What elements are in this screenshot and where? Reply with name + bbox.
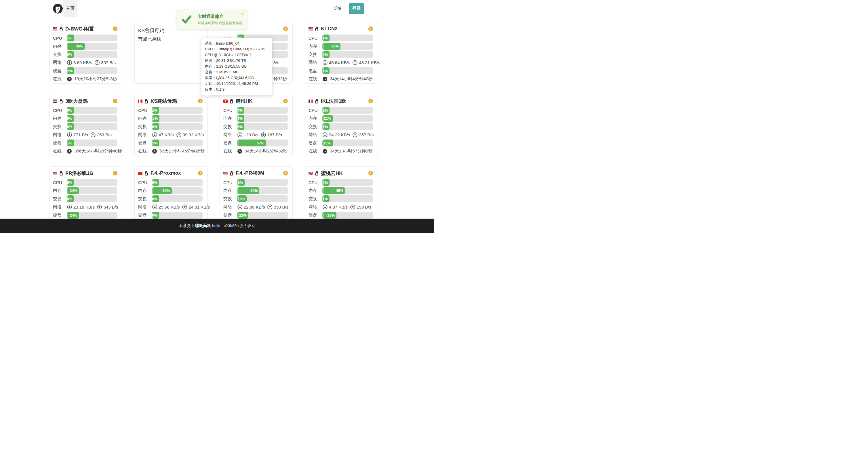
feedback-link[interactable]: 反馈 bbox=[333, 6, 342, 11]
login-button[interactable]: 登录 bbox=[349, 3, 364, 14]
net-row: 网络47 KB/s39.32 KB/s bbox=[138, 131, 203, 138]
disk-bar: 1% bbox=[152, 139, 203, 146]
flag-hk-icon bbox=[223, 100, 228, 103]
flag-us-icon bbox=[223, 172, 228, 175]
swap-bar: 0% bbox=[67, 51, 117, 58]
tooltip-row-value: 2.29 GB/15.55 GB bbox=[216, 64, 247, 68]
net-label: 网络 bbox=[138, 204, 152, 210]
uptime-clock-icon bbox=[322, 149, 327, 154]
server-name: IKL法国1欧 bbox=[321, 98, 346, 104]
linux-penguin-icon bbox=[315, 27, 319, 31]
swap-label: 交换 bbox=[309, 124, 322, 129]
net-label: 网络 bbox=[53, 60, 67, 65]
mem-bar-fill: 39% bbox=[152, 187, 172, 194]
footer-text-suffix: build · c23b88b 强力驱动 bbox=[212, 223, 255, 228]
swap-label: 交换 bbox=[309, 52, 322, 57]
server-info-tooltip: 系统：linux- [x86_64]CPU：[ "Intel(R) Core(T… bbox=[201, 38, 272, 95]
info-icon[interactable]: i bbox=[368, 99, 373, 103]
online-label: 在线 bbox=[309, 148, 322, 154]
linux-penguin-icon bbox=[315, 99, 319, 104]
flag-us-icon bbox=[53, 27, 57, 31]
server-name: F.4.-Proxmox bbox=[151, 170, 181, 176]
info-icon[interactable]: i bbox=[113, 99, 117, 103]
info-icon[interactable]: i bbox=[283, 27, 288, 31]
net-download-icon bbox=[238, 132, 242, 137]
server-card-header: KS建站母鸡i bbox=[138, 97, 203, 105]
cpu-row: CPU1% bbox=[309, 35, 373, 41]
disk-row: 硬盘21% bbox=[309, 139, 373, 146]
logo-cat-icon bbox=[53, 4, 63, 13]
net-download-icon bbox=[152, 132, 157, 137]
net-label: 网络 bbox=[53, 132, 67, 137]
info-icon[interactable]: i bbox=[368, 27, 373, 31]
flag-fr-icon bbox=[309, 100, 313, 103]
swap-bar-fill: NaN% bbox=[237, 123, 244, 130]
info-icon[interactable]: i bbox=[283, 171, 288, 175]
mem-bar: 3% bbox=[237, 115, 288, 122]
cpu-bar: 0% bbox=[322, 179, 373, 186]
swap-label: 交换 bbox=[138, 124, 152, 129]
server-card-header: Kt-CN2i bbox=[309, 25, 373, 33]
swap-row: 交换0% bbox=[53, 123, 117, 130]
net-upload-icon bbox=[350, 204, 355, 209]
disk-bar-fill: 22% bbox=[237, 212, 248, 219]
net-download-icon bbox=[216, 76, 220, 80]
linux-penguin-icon bbox=[230, 99, 234, 104]
disk-label: 硬盘 bbox=[223, 140, 237, 146]
online-value: 356天14小时20分钟40秒 bbox=[67, 148, 122, 154]
online-row: 在线 34天14小时2分钟32秒 bbox=[223, 148, 288, 155]
swap-bar-fill: 0% bbox=[67, 123, 74, 130]
info-icon[interactable]: i bbox=[113, 171, 117, 175]
mem-bar: 39% bbox=[152, 187, 203, 194]
online-row: 在线 34天13小时57分钟3秒 bbox=[309, 148, 373, 155]
disk-row: 硬盘15% bbox=[53, 67, 117, 74]
cpu-row: CPU0% bbox=[223, 107, 288, 113]
net-label: 网络 bbox=[309, 132, 322, 137]
disk-row: 硬盘22% bbox=[223, 212, 288, 219]
uptime-clock-icon bbox=[238, 149, 242, 154]
net-row: 网络94.22 KB/s357 B/s bbox=[309, 131, 373, 138]
server-card-header: 蜜桃云HKi bbox=[309, 169, 373, 177]
info-icon[interactable]: i bbox=[198, 99, 203, 103]
disk-row: 硬盘24% bbox=[53, 212, 117, 219]
linux-penguin-icon bbox=[59, 171, 63, 176]
info-icon[interactable]: i bbox=[283, 99, 288, 103]
server-card: KS建站母鸡iCPU1%内存15%交换0%网络47 KB/s39.32 KB/s… bbox=[134, 94, 208, 156]
site-logo[interactable] bbox=[53, 4, 63, 13]
mem-row: 内存44% bbox=[223, 187, 288, 194]
cpu-bar-fill: 1% bbox=[67, 35, 74, 41]
toast-title: 实时通道建立 bbox=[198, 14, 243, 19]
online-label: 在线 bbox=[53, 76, 67, 82]
info-icon[interactable]: i bbox=[198, 171, 203, 175]
info-icon[interactable]: i bbox=[368, 171, 373, 175]
tooltip-row-value: 0.1.9 bbox=[216, 87, 224, 92]
swap-label: 交换 bbox=[138, 196, 152, 202]
swap-label: 交换 bbox=[53, 196, 67, 202]
mem-label: 内存 bbox=[138, 188, 152, 193]
disk-bar-fill: 57% bbox=[237, 139, 266, 146]
mem-label: 内存 bbox=[223, 115, 237, 121]
online-value: 34天14小时4分钟42秒 bbox=[322, 76, 373, 82]
net-download-icon bbox=[67, 132, 72, 137]
swap-bar: NaN% bbox=[237, 123, 288, 130]
footer-text-prefix: 本系统由 bbox=[179, 223, 194, 228]
online-value: 53天13小时45分钟25秒 bbox=[152, 148, 205, 154]
online-label: 在线 bbox=[309, 76, 322, 82]
net-value: 47 KB/s39.32 KB/s bbox=[152, 132, 204, 137]
disk-label: 硬盘 bbox=[309, 140, 322, 146]
tab-home[interactable]: 首页 bbox=[63, 0, 78, 17]
net-label: 网络 bbox=[309, 60, 322, 65]
online-label: 在线 bbox=[223, 148, 237, 154]
disk-bar: 11% bbox=[322, 67, 373, 74]
server-card: Kt-CN2iCPU1%内存36%交换0%网络45.64 KB/s43.21 K… bbox=[305, 22, 378, 84]
disk-label: 硬盘 bbox=[53, 68, 67, 74]
tooltip-row-value: 20.81 GB/1.79 TB bbox=[216, 58, 246, 63]
footer-panel-link[interactable]: 哪吒面板 bbox=[195, 223, 211, 228]
disk-bar-fill: 1% bbox=[152, 139, 159, 146]
mem-bar-fill: 45% bbox=[322, 187, 345, 194]
mem-label: 内存 bbox=[138, 115, 152, 121]
disk-bar-fill: 15% bbox=[67, 67, 74, 74]
toast-close-icon[interactable]: ✕ bbox=[241, 12, 244, 16]
info-icon[interactable]: i bbox=[113, 27, 117, 31]
online-value: 钟32秒 bbox=[273, 76, 287, 82]
